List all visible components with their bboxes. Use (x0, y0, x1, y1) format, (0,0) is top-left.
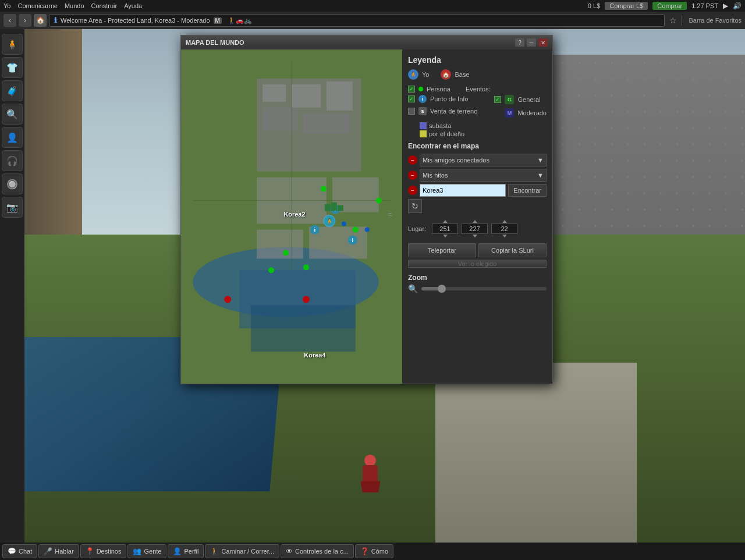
coords-label: Lugar: (408, 225, 428, 232)
svg-point-21 (268, 267, 274, 273)
sidebar-item-profile[interactable]: 👤 (2, 127, 23, 148)
svg-rect-12 (257, 229, 303, 258)
address-field[interactable]: ℹ Welcome Area - Protected Land, Korea3 … (49, 14, 665, 27)
coord-z-input[interactable] (491, 224, 517, 234)
find-encontrar-button[interactable]: Encontrar (508, 184, 547, 197)
zoom-slider-track[interactable] (421, 287, 547, 290)
svg-text:i: i (352, 237, 353, 243)
svg-text:Korea4: Korea4 (304, 352, 326, 359)
ver-elegido-button[interactable]: Ver lo elegido (408, 260, 547, 268)
puntinfo-checkbox[interactable]: ✓ (408, 95, 415, 102)
find-select-2[interactable]: Mis hitos ▼ (420, 169, 547, 182)
menu-mundo[interactable]: Mundo (65, 2, 84, 9)
legend-venta-label: Venta de terreno (430, 108, 477, 115)
svg-point-24 (224, 296, 231, 303)
como-label: Cómo (371, 548, 388, 555)
action-row-1: Teleportar Copiar la SLurl (408, 243, 547, 257)
coord-x-down[interactable] (443, 235, 448, 238)
dialog-titlebar[interactable]: MAPA DEL MUNDO ? ─ ✕ (181, 36, 552, 49)
coord-x-up[interactable] (443, 220, 448, 223)
chat-label: Chat (19, 548, 32, 555)
legend-eventos-label: Eventos: (466, 86, 491, 93)
svg-point-26 (342, 221, 346, 226)
coord-y-up[interactable] (473, 220, 477, 223)
address-bar: ‹ › 🏠 ℹ Welcome Area - Protected Land, K… (0, 12, 745, 29)
sidebar-item-snapshot[interactable]: 📷 (2, 197, 23, 218)
svg-rect-8 (262, 108, 297, 131)
find-select-1[interactable]: Mis amigos conectados ▼ (420, 154, 547, 166)
info-icon: i (418, 95, 427, 103)
find-search-input[interactable] (420, 184, 506, 197)
home-button[interactable]: 🏠 (34, 14, 47, 27)
teleport-button[interactable]: Teleportar (408, 243, 476, 257)
legend-dueno-row: por el dueño (420, 130, 547, 137)
favorites-bar-label: Barra de Favoritos (689, 17, 742, 24)
left-sidebar: 🧍 👕 🧳 🔍 👤 🎧 🔘 📷 (0, 29, 24, 543)
forward-button[interactable]: › (19, 14, 31, 27)
dialog-close-button[interactable]: ✕ (538, 38, 548, 47)
refresh-button[interactable]: ↻ (408, 199, 422, 213)
location-info-icon: ℹ (54, 16, 57, 24)
find-select-1-label: Mis amigos conectados (423, 157, 489, 164)
coord-x-input[interactable] (432, 224, 458, 234)
volume-icon[interactable]: 🔊 (733, 2, 742, 10)
buy-linden-button[interactable]: Comprar L$ (605, 2, 648, 10)
coord-y-down[interactable] (473, 235, 477, 238)
svg-point-20 (283, 250, 289, 256)
coords-section: Lugar: (408, 220, 547, 238)
stream-icon[interactable]: ▶ (723, 2, 728, 10)
map-svg-container[interactable]: Korea2 Korea4 (181, 49, 402, 384)
taskbar-gente-button[interactable]: 👥 Gente (127, 544, 166, 558)
taskbar-hablar-button[interactable]: 🎤 Hablar (38, 544, 79, 558)
sidebar-item-inventory[interactable]: 🧳 (2, 80, 23, 101)
coord-z-up[interactable] (502, 220, 507, 223)
buy-button[interactable]: Comprar (652, 2, 687, 10)
taskbar-destinos-button[interactable]: 📍 Destinos (80, 544, 127, 558)
coord-y-input[interactable] (462, 224, 488, 234)
find-remove-2[interactable]: − (408, 171, 417, 180)
controles-label: Controles de la c... (295, 548, 349, 555)
legend-puntinfo-label: Punto de Info (430, 95, 468, 102)
character-avatar (356, 455, 385, 501)
persona-checkbox[interactable]: ✓ (408, 86, 415, 93)
como-icon: ❓ (360, 547, 369, 555)
back-button[interactable]: ‹ (3, 14, 16, 27)
zoom-title: Zoom (408, 274, 547, 282)
sidebar-item-audio[interactable]: 🎧 (2, 150, 23, 171)
sidebar-item-clothing[interactable]: 👕 (2, 57, 23, 78)
menu-comunicarme[interactable]: Comunicarme (17, 2, 57, 9)
general-checkbox[interactable]: ✓ (494, 96, 501, 103)
menu-ayuda[interactable]: Ayuda (124, 2, 142, 9)
character-head (364, 455, 376, 466)
coord-x-spinner (432, 220, 458, 238)
zoom-slider-thumb[interactable] (438, 285, 446, 293)
moderado-spacer (494, 109, 501, 116)
legend-title: Leyenda (408, 55, 547, 65)
base-icon: 🏠 (441, 69, 451, 80)
legend-dueno-label: por el dueño (429, 130, 464, 137)
sidebar-item-search[interactable]: 🔍 (2, 104, 23, 125)
dialog-minimize-button[interactable]: ─ (527, 38, 536, 47)
sidebar-item-media[interactable]: 🔘 (2, 173, 23, 194)
zoom-icon: 🔍 (408, 284, 418, 293)
find-select-2-label: Mis hitos (423, 172, 448, 179)
find-remove-1[interactable]: − (408, 155, 417, 165)
taskbar-chat-button[interactable]: 💬 Chat (2, 544, 37, 558)
hablar-label: Hablar (55, 548, 73, 555)
menu-yo[interactable]: Yo (3, 2, 10, 9)
find-remove-3[interactable]: − (408, 186, 417, 195)
copiar-slurl-button[interactable]: Copiar la SLurl (478, 243, 547, 257)
find-row-1: − Mis amigos conectados ▼ (408, 154, 547, 166)
dialog-help-button[interactable]: ? (515, 38, 524, 47)
sidebar-item-avatar[interactable]: 🧍 (2, 34, 23, 55)
coord-z-down[interactable] (502, 235, 507, 238)
taskbar-controles-button[interactable]: 👁 Controles de la c... (281, 544, 354, 558)
dueno-color (420, 130, 427, 137)
taskbar-como-button[interactable]: ❓ Cómo (355, 544, 393, 558)
taskbar-caminar-button[interactable]: 🚶 Caminar / Correr... (205, 544, 279, 558)
map-area[interactable]: NO N NE O E SO S SE (181, 49, 402, 384)
menu-construir[interactable]: Construir (91, 2, 118, 9)
taskbar-perfil-button[interactable]: 👤 Perfil (168, 544, 204, 558)
favorites-star[interactable]: ☆ (667, 16, 679, 25)
venta-checkbox-empty[interactable] (408, 108, 415, 115)
